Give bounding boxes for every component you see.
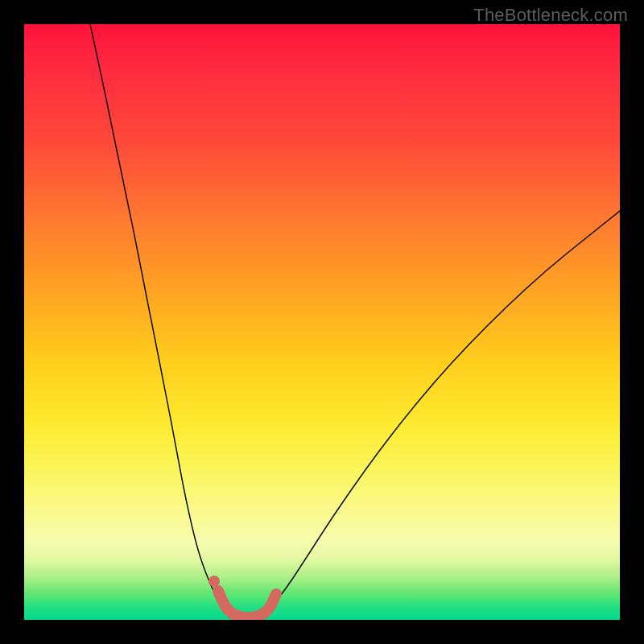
curve-right xyxy=(266,211,620,613)
curve-overlay xyxy=(24,24,620,620)
watermark-text: TheBottleneck.com xyxy=(473,5,628,26)
chart-frame: TheBottleneck.com xyxy=(0,0,644,644)
optimum-marker-dot xyxy=(208,576,220,587)
plot-area xyxy=(24,24,620,620)
curve-left xyxy=(90,24,225,613)
optimum-marker xyxy=(218,591,276,617)
